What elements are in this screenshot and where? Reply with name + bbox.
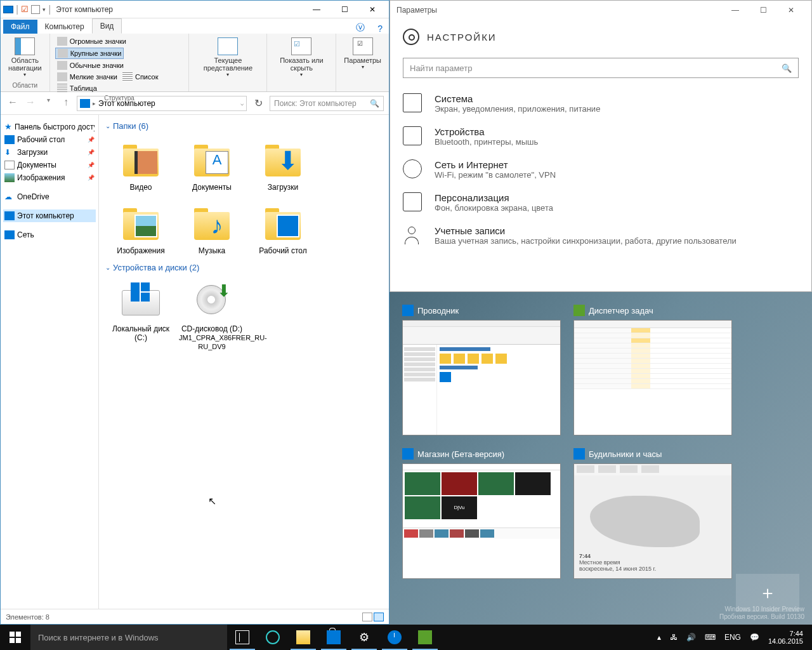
tab-view[interactable]: Вид <box>92 18 122 34</box>
recent-dropdown[interactable]: ▾ <box>41 96 55 110</box>
nav-this-pc[interactable]: Этот компьютер <box>3 209 96 222</box>
list-button[interactable]: Список <box>121 72 160 82</box>
keyboard-icon[interactable]: ⌨ <box>705 633 716 642</box>
current-view-icon <box>218 37 238 55</box>
folder-video[interactable]: Видео <box>105 133 176 197</box>
maximize-button[interactable]: ☐ <box>749 1 777 19</box>
help-icon[interactable]: ? <box>371 23 389 34</box>
show-hide-button[interactable]: ☑ Показать или скрыть ▾ <box>272 36 331 79</box>
taskbar-search-input[interactable]: Поиск в интернете и в Windows <box>30 625 227 650</box>
icons-view-button[interactable] <box>374 613 384 621</box>
settings-search-input[interactable]: Найти параметр 🔍 <box>403 58 799 78</box>
folders-group-header[interactable]: ⌄Папки (6) <box>105 119 383 133</box>
minimize-button[interactable]: — <box>721 1 749 19</box>
music-icon: ♪ <box>206 215 228 237</box>
search-icon: 🔍 <box>782 63 792 73</box>
checkbox-icon[interactable]: ☑ <box>21 4 29 14</box>
thumb-store[interactable]: Магазин (Бета-версия) DjVu <box>402 448 561 579</box>
folder-pictures[interactable]: Изображения <box>105 197 176 260</box>
huge-icons-button[interactable]: Огромные значки <box>55 36 128 46</box>
window-title: Этот компьютер <box>56 5 113 14</box>
language-indicator[interactable]: ENG <box>724 633 741 642</box>
store-icon <box>402 448 414 460</box>
nav-downloads[interactable]: ⬇Загрузки📌 <box>3 146 96 159</box>
network-icon[interactable]: 🖧 <box>670 633 678 642</box>
tab-computer[interactable]: Компьютер <box>37 20 92 34</box>
task-view-button[interactable] <box>227 625 258 650</box>
status-bar: Элементов: 8 <box>1 609 389 624</box>
taskbar-store[interactable] <box>318 625 349 650</box>
settings-item-network[interactable]: Сеть и ИнтернетWi-Fi, режим "в самолете"… <box>403 153 799 186</box>
nav-pane-icon <box>15 37 35 55</box>
pictures-icon <box>4 173 15 182</box>
medium-icons-button[interactable]: Обычные значки <box>55 60 126 70</box>
drive-local[interactable]: Локальный диск (C:) <box>105 275 176 356</box>
back-button[interactable]: ← <box>6 96 20 110</box>
tab-file[interactable]: Файл <box>3 20 37 34</box>
settings-item-personalization[interactable]: ПерсонализацияФон, блокировка экрана, цв… <box>403 186 799 219</box>
taskbar-settings[interactable]: ⚙ <box>349 625 379 650</box>
up-button[interactable]: ↑ <box>59 96 73 110</box>
quick-access-header[interactable]: ★Панель быстрого доступа <box>3 120 96 133</box>
taskbar-explorer[interactable] <box>288 625 318 650</box>
thumb-explorer[interactable]: Проводник <box>402 305 561 435</box>
folder-music[interactable]: ♪Музыка <box>176 197 247 260</box>
settings-item-accounts[interactable]: Учетные записиВаша учетная запись, настр… <box>403 219 799 252</box>
small-icons-button[interactable]: Мелкие значки <box>55 72 119 82</box>
settings-item-system[interactable]: СистемаЭкран, уведомления, приложения, п… <box>403 87 799 120</box>
current-view-button[interactable]: Текущее представление ▾ <box>194 36 261 79</box>
tray-expand-icon[interactable]: ▴ <box>657 633 661 642</box>
folder-desktop[interactable]: Рабочий стол <box>247 197 318 260</box>
minimize-button[interactable]: — <box>303 1 331 18</box>
nav-onedrive[interactable]: ☁OneDrive <box>3 190 96 203</box>
desktop-icon <box>4 135 15 144</box>
drive-cd[interactable]: ⬇CD-дисковод (D:)JM1_CPRA_X86FRER_RU-RU_… <box>176 275 247 356</box>
nav-network[interactable]: Сеть <box>3 229 96 241</box>
close-button[interactable]: ✕ <box>358 1 386 18</box>
navigation-pane-button[interactable]: Область навигации ▾ <box>6 36 44 79</box>
taskbar-alarms[interactable] <box>379 625 410 650</box>
nav-documents[interactable]: Документы📌 <box>3 159 96 171</box>
windows-logo-icon <box>131 282 150 302</box>
nav-pictures[interactable]: Изображения📌 <box>3 171 96 184</box>
settings-item-devices[interactable]: УстройстваBluetooth, принтеры, мышь <box>403 120 799 153</box>
explorer-titlebar: | ☑ ▾ | Этот компьютер — ☐ ✕ <box>1 1 389 18</box>
volume-icon[interactable]: 🔊 <box>686 633 696 642</box>
start-button[interactable] <box>0 625 30 650</box>
thumb-alarms[interactable]: Будильники и часы 7:44Местное времявоскр… <box>573 448 732 579</box>
taskbar-taskmanager[interactable] <box>410 625 440 650</box>
taskbar-edge[interactable] <box>258 625 288 650</box>
options-button[interactable]: ☑ Параметры ▾ <box>341 36 384 71</box>
folder-documents[interactable]: AДокументы <box>176 133 247 197</box>
downloads-icon: ⬇ <box>277 151 299 174</box>
forward-button[interactable]: → <box>23 96 37 110</box>
taskmanager-icon <box>418 630 432 644</box>
refresh-button[interactable]: ↻ <box>251 97 266 109</box>
address-text[interactable]: Этот компьютер <box>98 99 155 108</box>
maximize-button[interactable]: ☐ <box>331 1 358 18</box>
ribbon-collapse-icon[interactable]: ⓥ <box>350 22 371 34</box>
desktop-icon <box>277 215 299 237</box>
thumb-taskmanager[interactable]: Диспетчер задач <box>573 305 732 435</box>
large-icons-button[interactable]: Крупные значки <box>55 48 124 59</box>
search-input[interactable]: Поиск: Этот компьютер 🔍 <box>270 96 384 111</box>
folder-downloads[interactable]: ⬇Загрузки <box>247 133 318 197</box>
address-bar[interactable]: ▸ Этот компьютер ⌵ <box>77 96 247 111</box>
action-center-icon[interactable]: 💬 <box>750 633 759 642</box>
search-icon: 🔍 <box>370 99 379 108</box>
close-button[interactable]: ✕ <box>777 1 805 19</box>
details-view-button[interactable] <box>362 613 372 621</box>
system-icon <box>403 93 422 112</box>
this-pc-icon <box>4 211 15 220</box>
devices-group-header[interactable]: ⌄Устройства и диски (2) <box>105 260 383 275</box>
taskbar-clock[interactable]: 7:44 14.06.2015 <box>768 630 807 645</box>
properties-icon[interactable] <box>31 5 40 14</box>
personalization-icon <box>403 192 422 211</box>
qat-dropdown-icon[interactable]: ▾ <box>43 6 46 13</box>
settings-header: НАСТРОЙКИ <box>390 20 811 54</box>
dropdown-icon: ▾ <box>226 72 229 77</box>
nav-desktop[interactable]: Рабочий стол📌 <box>3 133 96 146</box>
address-dropdown-icon[interactable]: ⌵ <box>240 100 244 107</box>
show-hide-icon: ☑ <box>291 37 311 55</box>
breadcrumb-arrow[interactable]: ▸ <box>93 100 96 107</box>
